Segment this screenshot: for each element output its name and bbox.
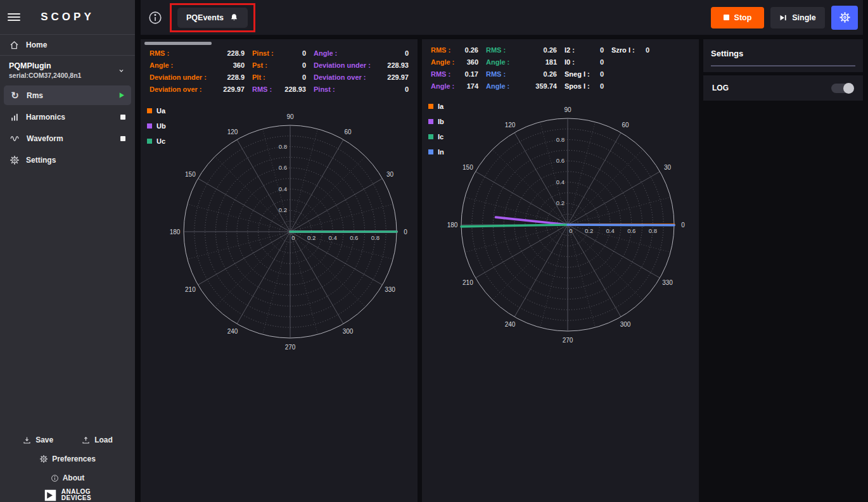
- save-label: Save: [35, 436, 53, 444]
- svg-text:150: 150: [463, 164, 473, 171]
- svg-text:30: 30: [386, 171, 394, 178]
- svg-text:240: 240: [227, 328, 238, 335]
- sidebar-plugin-header[interactable]: PQMPlugin serial:COM37,2400,8n1: [0, 56, 135, 84]
- voltage-polar-panel: RMS :228.9Pinst :0Angle :0Angle :360Pst …: [141, 39, 418, 502]
- svg-text:0.6: 0.6: [556, 157, 565, 164]
- preferences-label: Preferences: [52, 455, 96, 463]
- gear-icon: [10, 155, 20, 165]
- svg-text:90: 90: [564, 106, 571, 113]
- chevron-down-icon[interactable]: [117, 66, 126, 75]
- sidebar-item-label: Rms: [27, 91, 43, 100]
- sidebar-header: SCOPY: [0, 0, 135, 35]
- bell-icon: [229, 13, 239, 23]
- annotation-highlight: PQEvents: [170, 3, 255, 32]
- stop-indicator-icon[interactable]: [120, 115, 125, 120]
- svg-text:90: 90: [286, 113, 294, 120]
- sidebar-item-waveform[interactable]: Waveform: [4, 129, 131, 148]
- svg-text:0: 0: [681, 222, 685, 229]
- stop-indicator-icon[interactable]: [120, 136, 125, 141]
- harmonics-icon: [10, 112, 20, 122]
- pqevents-button[interactable]: PQEvents: [177, 8, 248, 28]
- svg-text:150: 150: [185, 171, 196, 178]
- sidebar-item-settings[interactable]: Settings: [4, 150, 131, 170]
- svg-text:0.6: 0.6: [279, 164, 287, 171]
- sidebar-item-label: Home: [26, 41, 47, 49]
- svg-text:0.4: 0.4: [279, 185, 287, 192]
- about-label: About: [63, 474, 85, 482]
- svg-text:300: 300: [620, 321, 631, 328]
- svg-text:0.8: 0.8: [371, 234, 380, 241]
- rms-icon: ↻: [10, 90, 20, 101]
- current-polar-chart: 030609012015018021024027030033000.20.40.…: [422, 39, 699, 502]
- sidebar-item-harmonics[interactable]: Harmonics: [4, 107, 131, 127]
- svg-text:300: 300: [343, 328, 354, 335]
- svg-text:210: 210: [185, 286, 196, 293]
- svg-text:0.4: 0.4: [606, 227, 615, 234]
- about-button[interactable]: About: [0, 468, 135, 487]
- svg-text:0.2: 0.2: [279, 206, 287, 213]
- settings-title: Settings: [711, 49, 855, 58]
- svg-text:0: 0: [569, 227, 572, 234]
- run-play-icon[interactable]: [118, 91, 125, 99]
- sidebar-item-label: Waveform: [27, 134, 63, 143]
- sidebar: SCOPY Home PQMPlugin serial:COM37,2400,8…: [0, 0, 135, 502]
- svg-text:0.4: 0.4: [556, 179, 565, 185]
- adi-logo-mark: [44, 489, 57, 502]
- sidebar-footer: Save Load Preferences About ANAL: [0, 430, 135, 502]
- svg-text:0.2: 0.2: [307, 234, 316, 241]
- save-button[interactable]: Save: [22, 436, 53, 445]
- info-icon: [51, 474, 59, 482]
- sidebar-item-label: Settings: [26, 156, 56, 165]
- info-icon[interactable]: [148, 11, 162, 25]
- topbar: PQEvents Stop Single: [141, 0, 863, 35]
- sidebar-item-home[interactable]: Home: [0, 35, 135, 56]
- svg-text:0.6: 0.6: [627, 227, 635, 234]
- svg-text:0: 0: [404, 229, 407, 235]
- app-logo: SCOPY: [20, 11, 115, 23]
- home-icon: [9, 40, 20, 51]
- sidebar-item-rms[interactable]: ↻ Rms: [4, 85, 131, 105]
- svg-text:330: 330: [385, 286, 395, 293]
- svg-text:60: 60: [344, 129, 352, 135]
- plot-settings-button[interactable]: [831, 6, 858, 30]
- svg-text:0.8: 0.8: [279, 143, 287, 150]
- svg-text:330: 330: [662, 279, 673, 286]
- load-button[interactable]: Load: [81, 436, 113, 445]
- waveform-icon: [10, 134, 20, 144]
- settings-header-card: Settings: [703, 39, 863, 72]
- stop-label: Stop: [734, 13, 752, 22]
- svg-text:270: 270: [563, 337, 573, 344]
- current-polar-panel: RMS :0.26RMS :0.26I2 :0Szro I :0Angle :3…: [422, 39, 699, 502]
- single-icon: [779, 13, 787, 22]
- svg-text:180: 180: [170, 229, 181, 235]
- log-label: LOG: [712, 84, 729, 92]
- svg-text:0.2: 0.2: [556, 199, 565, 206]
- voltage-polar-chart: 030609012015018021024027030033000.20.40.…: [141, 39, 418, 502]
- svg-text:180: 180: [447, 222, 458, 229]
- svg-text:0.4: 0.4: [329, 234, 337, 241]
- gear-icon: [839, 11, 851, 23]
- svg-text:60: 60: [622, 122, 629, 129]
- menu-icon[interactable]: [8, 13, 20, 21]
- svg-text:0: 0: [291, 234, 295, 241]
- load-label: Load: [94, 436, 113, 444]
- svg-text:270: 270: [285, 344, 296, 351]
- plugin-subtitle: serial:COM37,2400,8n1: [9, 72, 81, 79]
- log-setting-row: LOG: [703, 75, 863, 101]
- svg-text:120: 120: [227, 129, 238, 135]
- svg-text:240: 240: [505, 321, 516, 328]
- svg-text:0.8: 0.8: [649, 227, 657, 234]
- sidebar-item-label: Harmonics: [26, 113, 65, 122]
- log-toggle[interactable]: [831, 84, 854, 93]
- brand-text: ANALOG DEVICES: [61, 489, 91, 501]
- plugin-name: PQMPlugin: [9, 61, 81, 70]
- stop-button[interactable]: Stop: [711, 7, 764, 28]
- svg-text:210: 210: [463, 279, 473, 286]
- preferences-button[interactable]: Preferences: [0, 449, 135, 468]
- gear-icon: [39, 455, 48, 463]
- single-button[interactable]: Single: [770, 7, 825, 28]
- single-label: Single: [792, 13, 816, 22]
- adi-logo: ANALOG DEVICES: [0, 487, 135, 502]
- settings-panel: Settings LOG: [703, 39, 863, 502]
- log-toggle-knob: [843, 83, 854, 94]
